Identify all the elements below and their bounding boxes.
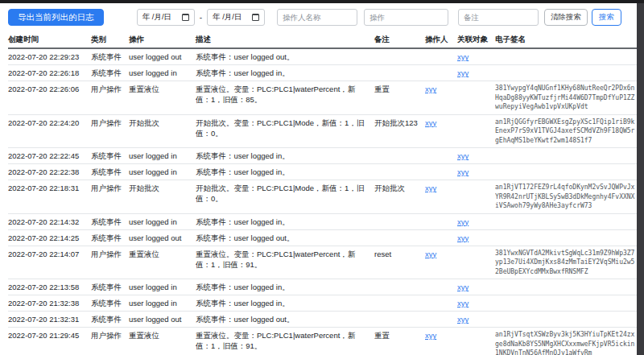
cell-created-time: 2022-07-20 22:14:32: [8, 213, 91, 229]
related-object-link[interactable]: xyy: [457, 52, 469, 61]
cell-created-time: 2022-07-20 22:14:07: [8, 246, 91, 279]
cell-description: 系统事件：user logged in。: [196, 295, 374, 312]
operator-link[interactable]: xyy: [425, 118, 436, 127]
cell-operator: [425, 312, 457, 328]
cell-operator: xyy: [425, 114, 457, 148]
cell-related-object: [457, 81, 495, 115]
cell-created-time: 2022-07-20 22:29:23: [8, 48, 91, 65]
cell-operation: user logged in: [129, 164, 196, 180]
header-description: 描述: [196, 31, 374, 48]
clear-search-button[interactable]: 清除搜索: [544, 9, 588, 26]
related-object-link[interactable]: xyy: [457, 68, 469, 77]
cell-category: 系统事件: [91, 295, 129, 312]
window-top-bar: [0, 0, 644, 3]
cell-related-object: [457, 180, 495, 214]
cell-category: 系统事件: [91, 213, 129, 229]
cell-signature: an1RjVTsqtXSWzByv3kj5K3HYiuTpKEt24zxge8d…: [495, 328, 637, 355]
related-object-link[interactable]: xyy: [457, 233, 469, 242]
operator-link[interactable]: xyy: [425, 85, 436, 93]
remark-input[interactable]: [458, 9, 539, 26]
log-table: 创建时间 类别 操作 描述 备注 操作人 关联对象 电子签名 2022-07-2…: [8, 31, 637, 355]
cell-signature: [495, 213, 637, 229]
log-row: 2022-07-20 22:24:20 用户操作 开始批次 开始批次。变量：PL…: [8, 114, 637, 148]
calendar-icon[interactable]: [182, 14, 189, 21]
cell-signature: [495, 164, 637, 180]
cell-category: 用户操作: [91, 114, 129, 148]
cell-operation: user logged in: [129, 295, 196, 312]
header-remark: 备注: [374, 31, 425, 48]
cell-category: 系统事件: [91, 164, 129, 180]
date-to-input[interactable]: 年 /月/日: [207, 9, 265, 26]
log-row: 2022-07-20 22:18:31 用户操作 开始批次 开始批次。变量：PL…: [8, 180, 637, 214]
related-object-link[interactable]: xyy: [457, 151, 469, 160]
operation-input[interactable]: [364, 9, 448, 26]
cell-description: 重置液位。变量：PLC:PLC1|waterPercent，新值：1，旧值：91…: [196, 246, 374, 279]
header-operator: 操作人: [425, 31, 457, 48]
cell-remark: [374, 148, 425, 164]
table-header-row: 创建时间 类别 操作 描述 备注 操作人 关联对象 电子签名: [8, 31, 637, 48]
calendar-icon[interactable]: [252, 14, 259, 21]
log-row: 2022-07-20 21:32:31 系统事件 user logged out…: [8, 312, 637, 328]
log-row: 2022-07-20 22:26:06 用户操作 重置液位 重置液位。变量：PL…: [8, 81, 637, 115]
related-object-link[interactable]: xyy: [457, 283, 469, 291]
cell-category: 系统事件: [91, 229, 129, 246]
export-logs-button[interactable]: 导出当前列出的日志: [8, 9, 104, 26]
cell-remark: [374, 312, 425, 328]
cell-category: 系统事件: [91, 279, 129, 295]
cell-related-object: [457, 328, 495, 355]
cell-description: 系统事件：user logged out。: [196, 229, 374, 246]
cell-description: 系统事件：user logged in。: [196, 279, 374, 295]
cell-related-object: xyy: [457, 164, 495, 180]
cell-signature: 381YwxNGVTdA2MkivtSgWqLc31m9Z9hWp3Z7yp13…: [495, 246, 637, 279]
related-object-link[interactable]: xyy: [457, 315, 469, 324]
operator-name-input[interactable]: [277, 9, 357, 26]
operator-link[interactable]: xyy: [425, 331, 436, 340]
cell-operation: user logged in: [129, 213, 196, 229]
cell-related-object: xyy: [457, 65, 495, 81]
cell-operation: user logged out: [129, 48, 196, 65]
cell-operator: xyy: [425, 81, 457, 115]
cell-related-object: xyy: [457, 48, 495, 65]
related-object-link[interactable]: xyy: [457, 217, 469, 226]
cell-operator: [425, 295, 457, 312]
cell-related-object: xyy: [457, 279, 495, 295]
cell-operation: 开始批次: [129, 114, 196, 148]
filter-controls: 年 /月/日 - 年 /月/日 清除搜索 搜索: [137, 9, 621, 26]
cell-related-object: xyy: [457, 229, 495, 246]
cell-remark: 重置: [374, 81, 425, 115]
cell-signature: [495, 48, 637, 65]
date-from-input[interactable]: 年 /月/日: [137, 9, 195, 26]
cell-description: 系统事件：user logged out。: [196, 312, 374, 328]
cell-operator: [425, 148, 457, 164]
cell-operation: 开始批次: [129, 180, 196, 214]
log-row: 2022-07-20 22:26:18 系统事件 user logged in …: [8, 65, 637, 81]
cell-operator: xyy: [425, 246, 457, 279]
operator-link[interactable]: xyy: [425, 250, 436, 258]
operator-link[interactable]: xyy: [425, 184, 436, 192]
date-range-separator: -: [199, 13, 203, 22]
cell-operation: user logged out: [129, 312, 196, 328]
cell-signature: [495, 279, 637, 295]
cell-description: 系统事件：user logged in。: [196, 65, 374, 81]
filter-toolbar: 导出当前列出的日志 年 /月/日 - 年 /月/日 清除搜索 搜索: [8, 9, 637, 26]
cell-operator: xyy: [425, 328, 457, 355]
header-related-object: 关联对象: [457, 31, 495, 48]
cell-description: 开始批次。变量：PLC:PLC1|Mode，新值：1，旧值：0。: [196, 114, 374, 148]
header-created-time: 创建时间: [8, 31, 91, 48]
cell-signature: [495, 312, 637, 328]
cell-created-time: 2022-07-20 22:24:20: [8, 114, 91, 148]
date-from-value: 年 /月/日: [142, 12, 171, 23]
cell-operator: [425, 48, 457, 65]
cell-created-time: 2022-07-20 22:22:45: [8, 148, 91, 164]
log-row: 2022-07-20 22:29:23 系统事件 user logged out…: [8, 48, 637, 65]
cell-remark: [374, 213, 425, 229]
cell-category: 用户操作: [91, 180, 129, 214]
related-object-link[interactable]: xyy: [457, 167, 469, 176]
cell-remark: 开始批次: [374, 180, 425, 214]
header-category: 类别: [91, 31, 129, 48]
scrollbar[interactable]: [637, 3, 644, 355]
search-button[interactable]: 搜索: [592, 9, 621, 26]
cell-operator: [425, 279, 457, 295]
cell-remark: [374, 164, 425, 180]
related-object-link[interactable]: xyy: [457, 299, 469, 308]
